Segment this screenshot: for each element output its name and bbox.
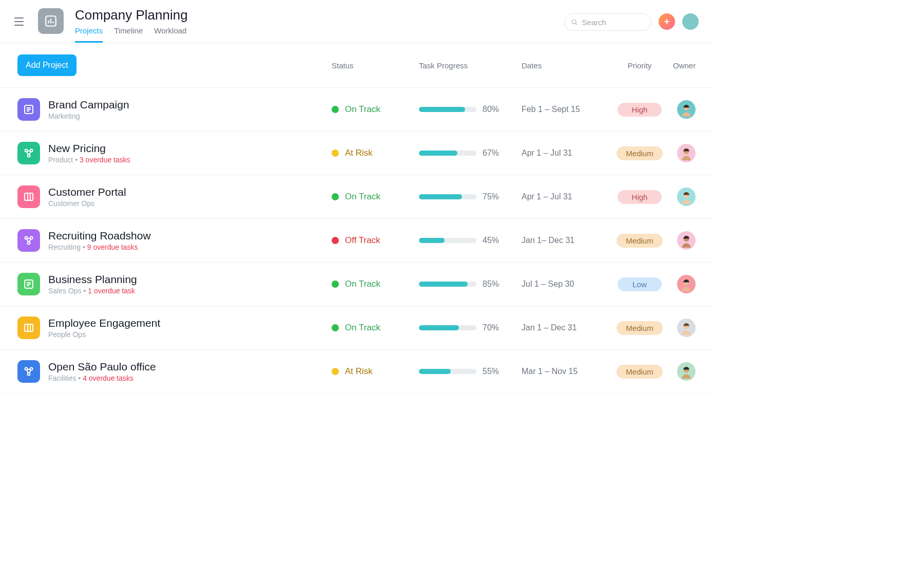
owner-avatar[interactable] xyxy=(677,275,696,293)
status-label: On Track xyxy=(345,104,380,115)
status-dot-icon xyxy=(332,150,339,157)
progress-cell: 80% xyxy=(419,105,522,114)
progress-bar xyxy=(419,151,476,156)
progress-cell: 70% xyxy=(419,323,522,332)
flow-icon xyxy=(17,142,40,164)
status-cell: At Risk xyxy=(332,366,419,377)
svg-rect-30 xyxy=(25,324,33,331)
project-meta: Customer Ops xyxy=(48,199,332,208)
progress-percent: 75% xyxy=(483,192,499,201)
chart-icon xyxy=(44,14,57,28)
progress-cell: 67% xyxy=(419,148,522,158)
project-meta: Product • 3 overdue tasks xyxy=(48,156,332,164)
status-label: On Track xyxy=(345,192,380,202)
owner-avatar[interactable] xyxy=(677,144,696,162)
progress-percent: 70% xyxy=(483,323,499,332)
status-dot-icon xyxy=(332,368,339,375)
status-dot-icon xyxy=(332,193,339,200)
add-project-button[interactable]: Add Project xyxy=(17,54,76,76)
progress-percent: 45% xyxy=(483,236,499,245)
project-meta: Recruiting • 9 overdue tasks xyxy=(48,243,332,251)
table-row[interactable]: New Pricing Product • 3 overdue tasks At… xyxy=(0,132,713,175)
board-icon xyxy=(17,316,40,339)
project-meta: Sales Ops • 1 overdue task xyxy=(48,287,332,295)
project-name: Open São Paulo office xyxy=(48,361,332,373)
svg-point-4 xyxy=(572,20,576,24)
status-cell: On Track xyxy=(332,104,419,115)
list-icon xyxy=(17,273,40,295)
progress-bar xyxy=(419,325,476,330)
project-name: Recruiting Roadshow xyxy=(48,230,332,242)
status-cell: On Track xyxy=(332,323,419,333)
status-cell: Off Track xyxy=(332,235,419,246)
dates-cell: Jan 1– Dec 31 xyxy=(522,236,606,245)
project-meta: People Ops xyxy=(48,330,332,339)
status-label: On Track xyxy=(345,323,380,333)
column-status: Status xyxy=(332,61,419,70)
progress-bar xyxy=(419,194,476,199)
progress-cell: 45% xyxy=(419,236,522,245)
column-progress: Task Progress xyxy=(419,61,522,70)
dates-cell: Jul 1 – Sep 30 xyxy=(522,279,606,289)
table-row[interactable]: Brand Campaign Marketing On Track 80% Fe… xyxy=(0,88,713,132)
priority-badge: Medium xyxy=(617,365,662,379)
project-name: Business Planning xyxy=(48,273,332,286)
global-add-button[interactable] xyxy=(659,13,675,30)
progress-percent: 85% xyxy=(483,279,499,289)
list-icon xyxy=(17,98,40,121)
status-dot-icon xyxy=(332,237,339,244)
progress-percent: 80% xyxy=(483,105,499,114)
status-label: At Risk xyxy=(345,148,373,158)
tab-timeline[interactable]: Timeline xyxy=(114,26,143,43)
status-label: On Track xyxy=(345,279,380,289)
column-dates: Dates xyxy=(522,61,606,70)
owner-avatar[interactable] xyxy=(677,100,696,119)
user-avatar[interactable] xyxy=(682,13,699,30)
priority-badge: Medium xyxy=(617,234,662,248)
status-dot-icon xyxy=(332,281,339,288)
board-icon xyxy=(17,185,40,208)
table-row[interactable]: Employee Engagement People Ops On Track … xyxy=(0,306,713,350)
column-priority: Priority xyxy=(606,61,673,70)
owner-avatar[interactable] xyxy=(677,188,696,206)
owner-avatar[interactable] xyxy=(677,231,696,250)
table-row[interactable]: Open São Paulo office Facilities • 4 ove… xyxy=(0,350,713,394)
project-name: New Pricing xyxy=(48,142,332,155)
search-input[interactable] xyxy=(582,18,645,27)
tab-projects[interactable]: Projects xyxy=(75,26,103,43)
progress-bar xyxy=(419,238,476,243)
dates-cell: Feb 1 – Sept 15 xyxy=(522,105,606,114)
table-row[interactable]: Recruiting Roadshow Recruiting • 9 overd… xyxy=(0,219,713,263)
table-row[interactable]: Customer Portal Customer Ops On Track 75… xyxy=(0,175,713,219)
menu-icon[interactable] xyxy=(14,14,29,29)
priority-badge: Low xyxy=(618,277,662,291)
progress-bar xyxy=(419,107,476,112)
search-icon xyxy=(571,18,578,26)
column-headers: Add Project Status Task Progress Dates P… xyxy=(0,43,713,88)
topbar: Company Planning Projects Timeline Workl… xyxy=(0,0,713,43)
plus-icon xyxy=(663,17,671,26)
project-name: Employee Engagement xyxy=(48,317,332,329)
workspace-icon[interactable] xyxy=(38,8,64,34)
progress-cell: 85% xyxy=(419,279,522,289)
status-cell: On Track xyxy=(332,192,419,202)
status-label: Off Track xyxy=(345,235,380,246)
tab-workload[interactable]: Workload xyxy=(154,26,186,43)
flow-icon xyxy=(17,360,40,383)
table-row[interactable]: Business Planning Sales Ops • 1 overdue … xyxy=(0,263,713,306)
dates-cell: Mar 1 – Nov 15 xyxy=(522,367,606,376)
progress-percent: 55% xyxy=(483,367,499,376)
priority-badge: Medium xyxy=(617,321,662,335)
search-field[interactable] xyxy=(564,13,651,31)
status-cell: On Track xyxy=(332,279,419,289)
status-label: At Risk xyxy=(345,366,373,377)
priority-badge: Medium xyxy=(617,146,662,160)
progress-bar xyxy=(419,369,476,374)
project-name: Customer Portal xyxy=(48,186,332,198)
owner-avatar[interactable] xyxy=(677,362,696,381)
svg-line-5 xyxy=(575,24,577,25)
dates-cell: Apr 1 – Jul 31 xyxy=(522,148,606,158)
owner-avatar[interactable] xyxy=(677,319,696,337)
dates-cell: Apr 1 – Jul 31 xyxy=(522,192,606,201)
page-title: Company Planning xyxy=(75,7,188,23)
